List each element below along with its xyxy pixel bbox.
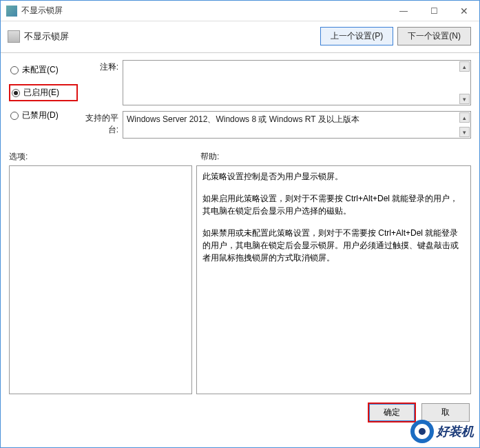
- header: 不显示锁屏 上一个设置(P) 下一个设置(N): [1, 21, 479, 53]
- footer: 确定 取: [1, 394, 479, 431]
- minimize-button[interactable]: —: [388, 1, 419, 21]
- options-pane: [9, 165, 192, 394]
- radio-icon: [12, 89, 20, 97]
- next-setting-button[interactable]: 下一个设置(N): [397, 27, 471, 45]
- window-title: 不显示锁屏: [21, 5, 388, 17]
- scroll-down-icon[interactable]: ▾: [459, 94, 470, 104]
- radio-not-configured[interactable]: 未配置(C): [9, 63, 78, 77]
- comment-label: 注释:: [78, 60, 123, 105]
- scroll-up-icon[interactable]: ▴: [459, 112, 470, 123]
- options-label: 选项:: [9, 151, 200, 163]
- radio-group: 未配置(C) 已启用(E) 已禁用(D): [9, 60, 78, 144]
- platforms-label: 支持的平台:: [78, 111, 123, 139]
- radio-icon: [10, 66, 19, 74]
- help-text: 如果启用此策略设置，则对于不需要按 Ctrl+Alt+Del 就能登录的用户，其…: [202, 192, 465, 217]
- radio-label: 未配置(C): [22, 64, 59, 76]
- help-label: 帮助:: [200, 151, 219, 163]
- comment-textarea[interactable]: ▴ ▾: [123, 60, 471, 105]
- prev-setting-button[interactable]: 上一个设置(P): [320, 27, 393, 45]
- policy-title: 不显示锁屏: [24, 30, 316, 43]
- help-text: 如果禁用或未配置此策略设置，则对于不需要按 Ctrl+Alt+Del 就能登录的…: [202, 227, 465, 264]
- help-text: 此策略设置控制是否为用户显示锁屏。: [202, 170, 465, 183]
- radio-disabled[interactable]: 已禁用(D): [9, 108, 78, 123]
- config-area: 未配置(C) 已启用(E) 已禁用(D) 注释: ▴ ▾ 支持的平台: Wind…: [1, 53, 479, 144]
- app-icon: [6, 6, 17, 17]
- titlebar: 不显示锁屏 — ☐ ✕: [1, 1, 479, 21]
- close-button[interactable]: ✕: [449, 1, 479, 21]
- radio-icon: [10, 112, 19, 120]
- help-pane: 此策略设置控制是否为用户显示锁屏。 如果启用此策略设置，则对于不需要按 Ctrl…: [196, 165, 471, 394]
- ok-button[interactable]: 确定: [368, 403, 416, 422]
- platforms-box: Windows Server 2012、Windows 8 或 Windows …: [123, 111, 471, 139]
- radio-label: 已禁用(D): [22, 110, 59, 121]
- platforms-text: Windows Server 2012、Windows 8 或 Windows …: [127, 114, 359, 124]
- radio-enabled[interactable]: 已启用(E): [9, 84, 78, 101]
- policy-icon: [8, 30, 20, 43]
- radio-label: 已启用(E): [23, 87, 59, 99]
- maximize-button[interactable]: ☐: [419, 1, 449, 21]
- scroll-up-icon[interactable]: ▴: [459, 61, 470, 72]
- cancel-button[interactable]: 取: [421, 403, 470, 422]
- scroll-down-icon[interactable]: ▾: [459, 127, 470, 137]
